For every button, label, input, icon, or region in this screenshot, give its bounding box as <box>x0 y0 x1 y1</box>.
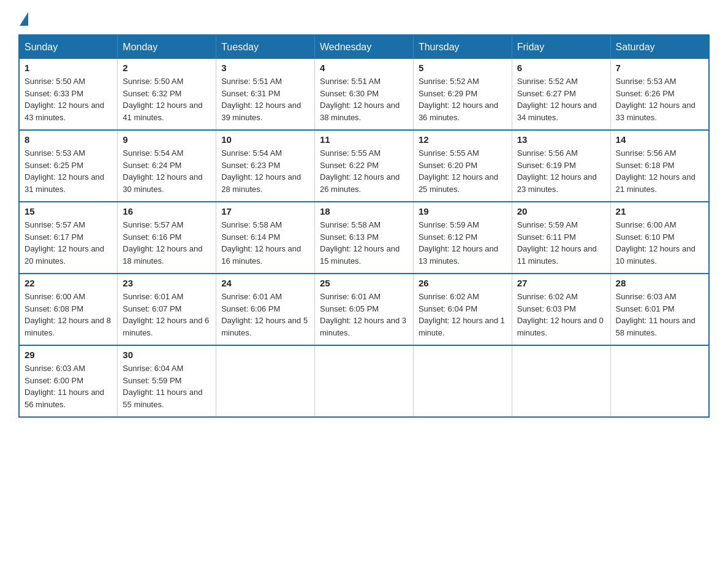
day-number: 12 <box>419 134 507 145</box>
day-info: Sunrise: 6:00 AMSunset: 6:08 PMDaylight:… <box>25 291 112 339</box>
calendar-cell: 7Sunrise: 5:53 AMSunset: 6:26 PMDaylight… <box>610 59 709 130</box>
calendar-cell: 25Sunrise: 6:01 AMSunset: 6:05 PMDayligh… <box>315 274 414 345</box>
calendar-cell <box>315 345 414 417</box>
calendar-cell <box>216 345 315 417</box>
day-info: Sunrise: 6:04 AMSunset: 5:59 PMDaylight:… <box>123 362 211 410</box>
weekday-header-wednesday: Wednesday <box>315 35 414 59</box>
calendar-week-row: 1Sunrise: 5:50 AMSunset: 6:33 PMDaylight… <box>19 59 709 130</box>
day-number: 21 <box>616 206 703 216</box>
day-info: Sunrise: 5:52 AMSunset: 6:29 PMDaylight:… <box>419 75 507 123</box>
day-info: Sunrise: 5:57 AMSunset: 6:17 PMDaylight:… <box>25 219 112 267</box>
day-number: 2 <box>123 63 211 73</box>
day-number: 25 <box>320 278 408 288</box>
calendar-cell: 26Sunrise: 6:02 AMSunset: 6:04 PMDayligh… <box>413 274 512 345</box>
day-number: 9 <box>123 134 211 145</box>
calendar-cell: 17Sunrise: 5:58 AMSunset: 6:14 PMDayligh… <box>216 202 315 274</box>
calendar-cell: 21Sunrise: 6:00 AMSunset: 6:10 PMDayligh… <box>610 202 709 274</box>
day-info: Sunrise: 6:02 AMSunset: 6:04 PMDaylight:… <box>419 291 507 339</box>
day-number: 3 <box>221 63 309 73</box>
day-info: Sunrise: 6:02 AMSunset: 6:03 PMDaylight:… <box>517 291 605 339</box>
calendar-cell: 27Sunrise: 6:02 AMSunset: 6:03 PMDayligh… <box>512 274 610 345</box>
day-number: 7 <box>616 63 703 73</box>
day-info: Sunrise: 5:50 AMSunset: 6:33 PMDaylight:… <box>25 75 112 123</box>
day-number: 16 <box>123 206 211 216</box>
day-info: Sunrise: 5:51 AMSunset: 6:30 PMDaylight:… <box>320 75 408 123</box>
calendar-cell: 28Sunrise: 6:03 AMSunset: 6:01 PMDayligh… <box>610 274 709 345</box>
weekday-header-friday: Friday <box>512 35 610 59</box>
day-info: Sunrise: 5:58 AMSunset: 6:13 PMDaylight:… <box>320 219 408 267</box>
day-info: Sunrise: 5:55 AMSunset: 6:22 PMDaylight:… <box>320 147 408 195</box>
day-info: Sunrise: 5:58 AMSunset: 6:14 PMDaylight:… <box>221 219 309 267</box>
calendar-cell: 20Sunrise: 5:59 AMSunset: 6:11 PMDayligh… <box>512 202 610 274</box>
calendar-week-row: 22Sunrise: 6:00 AMSunset: 6:08 PMDayligh… <box>19 274 709 345</box>
day-number: 13 <box>517 134 605 145</box>
calendar-cell: 1Sunrise: 5:50 AMSunset: 6:33 PMDaylight… <box>19 59 118 130</box>
day-number: 24 <box>221 278 309 288</box>
calendar-cell: 8Sunrise: 5:53 AMSunset: 6:25 PMDaylight… <box>19 130 118 202</box>
day-info: Sunrise: 5:56 AMSunset: 6:18 PMDaylight:… <box>616 147 703 195</box>
day-number: 1 <box>25 63 112 73</box>
calendar-cell: 4Sunrise: 5:51 AMSunset: 6:30 PMDaylight… <box>315 59 414 130</box>
calendar-cell: 6Sunrise: 5:52 AMSunset: 6:27 PMDaylight… <box>512 59 610 130</box>
day-info: Sunrise: 6:01 AMSunset: 6:05 PMDaylight:… <box>320 291 408 339</box>
day-info: Sunrise: 6:03 AMSunset: 6:01 PMDaylight:… <box>616 291 703 339</box>
calendar-cell: 5Sunrise: 5:52 AMSunset: 6:29 PMDaylight… <box>413 59 512 130</box>
day-info: Sunrise: 5:56 AMSunset: 6:19 PMDaylight:… <box>517 147 605 195</box>
calendar-cell: 12Sunrise: 5:55 AMSunset: 6:20 PMDayligh… <box>413 130 512 202</box>
day-number: 28 <box>616 278 703 288</box>
day-info: Sunrise: 5:50 AMSunset: 6:32 PMDaylight:… <box>123 75 211 123</box>
day-number: 18 <box>320 206 408 216</box>
day-info: Sunrise: 5:53 AMSunset: 6:25 PMDaylight:… <box>25 147 112 195</box>
calendar-cell: 14Sunrise: 5:56 AMSunset: 6:18 PMDayligh… <box>610 130 709 202</box>
logo-triangle-icon <box>20 12 28 26</box>
calendar-cell: 22Sunrise: 6:00 AMSunset: 6:08 PMDayligh… <box>19 274 118 345</box>
day-info: Sunrise: 5:59 AMSunset: 6:12 PMDaylight:… <box>419 219 507 267</box>
calendar-week-row: 15Sunrise: 5:57 AMSunset: 6:17 PMDayligh… <box>19 202 709 274</box>
day-number: 26 <box>419 278 507 288</box>
calendar-header-row: SundayMondayTuesdayWednesdayThursdayFrid… <box>19 35 709 59</box>
calendar-cell <box>413 345 512 417</box>
day-info: Sunrise: 5:51 AMSunset: 6:31 PMDaylight:… <box>221 75 309 123</box>
calendar-cell: 10Sunrise: 5:54 AMSunset: 6:23 PMDayligh… <box>216 130 315 202</box>
calendar-cell: 9Sunrise: 5:54 AMSunset: 6:24 PMDaylight… <box>118 130 216 202</box>
calendar-cell: 23Sunrise: 6:01 AMSunset: 6:07 PMDayligh… <box>118 274 216 345</box>
day-info: Sunrise: 6:00 AMSunset: 6:10 PMDaylight:… <box>616 219 703 267</box>
day-number: 23 <box>123 278 211 288</box>
calendar-cell: 3Sunrise: 5:51 AMSunset: 6:31 PMDaylight… <box>216 59 315 130</box>
calendar-cell: 16Sunrise: 5:57 AMSunset: 6:16 PMDayligh… <box>118 202 216 274</box>
day-number: 30 <box>123 350 211 360</box>
day-info: Sunrise: 6:01 AMSunset: 6:06 PMDaylight:… <box>221 291 309 339</box>
day-number: 8 <box>25 134 112 145</box>
calendar-cell: 18Sunrise: 5:58 AMSunset: 6:13 PMDayligh… <box>315 202 414 274</box>
calendar-cell: 15Sunrise: 5:57 AMSunset: 6:17 PMDayligh… <box>19 202 118 274</box>
day-number: 6 <box>517 63 605 73</box>
calendar-cell: 19Sunrise: 5:59 AMSunset: 6:12 PMDayligh… <box>413 202 512 274</box>
day-info: Sunrise: 5:54 AMSunset: 6:24 PMDaylight:… <box>123 147 211 195</box>
day-info: Sunrise: 5:52 AMSunset: 6:27 PMDaylight:… <box>517 75 605 123</box>
day-number: 15 <box>25 206 112 216</box>
day-info: Sunrise: 6:03 AMSunset: 6:00 PMDaylight:… <box>25 362 112 410</box>
calendar-week-row: 8Sunrise: 5:53 AMSunset: 6:25 PMDaylight… <box>19 130 709 202</box>
day-number: 22 <box>25 278 112 288</box>
day-number: 10 <box>221 134 309 145</box>
day-number: 11 <box>320 134 408 145</box>
day-number: 4 <box>320 63 408 73</box>
calendar-table: SundayMondayTuesdayWednesdayThursdayFrid… <box>18 34 710 418</box>
calendar-cell: 11Sunrise: 5:55 AMSunset: 6:22 PMDayligh… <box>315 130 414 202</box>
weekday-header-saturday: Saturday <box>610 35 709 59</box>
calendar-cell: 2Sunrise: 5:50 AMSunset: 6:32 PMDaylight… <box>118 59 216 130</box>
day-number: 27 <box>517 278 605 288</box>
weekday-header-thursday: Thursday <box>413 35 512 59</box>
logo <box>18 12 28 22</box>
day-number: 20 <box>517 206 605 216</box>
calendar-week-row: 29Sunrise: 6:03 AMSunset: 6:00 PMDayligh… <box>19 345 709 417</box>
day-info: Sunrise: 5:53 AMSunset: 6:26 PMDaylight:… <box>616 75 703 123</box>
day-number: 5 <box>419 63 507 73</box>
page-header <box>18 12 710 22</box>
day-number: 29 <box>25 350 112 360</box>
calendar-cell <box>512 345 610 417</box>
weekday-header-tuesday: Tuesday <box>216 35 315 59</box>
calendar-cell: 24Sunrise: 6:01 AMSunset: 6:06 PMDayligh… <box>216 274 315 345</box>
weekday-header-monday: Monday <box>118 35 216 59</box>
day-info: Sunrise: 5:59 AMSunset: 6:11 PMDaylight:… <box>517 219 605 267</box>
